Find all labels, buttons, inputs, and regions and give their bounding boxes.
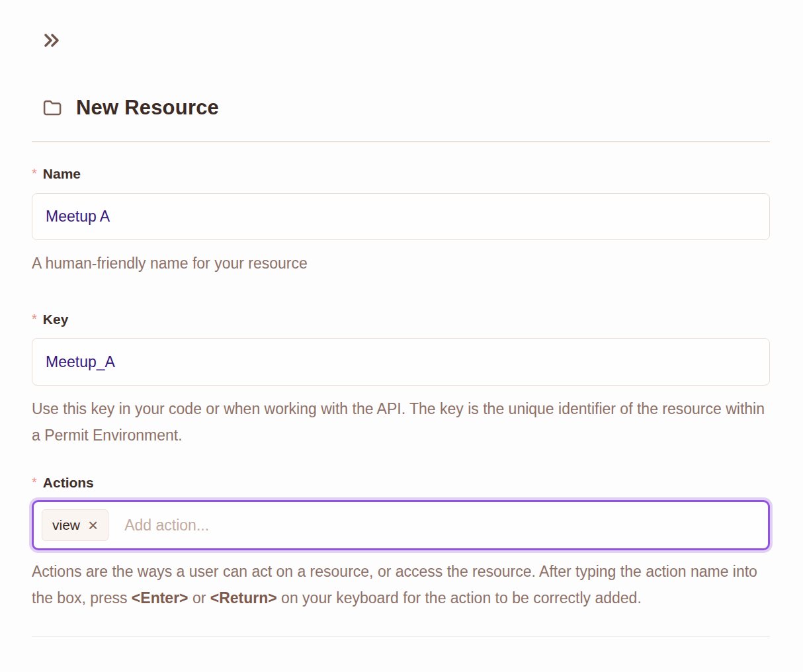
name-field-label: * Name xyxy=(32,166,770,185)
footer-divider xyxy=(32,636,770,637)
key-field-label: * Key xyxy=(32,312,770,330)
actions-label-text: Actions xyxy=(43,475,94,491)
add-action-input[interactable] xyxy=(124,517,760,534)
actions-field-label: * Actions xyxy=(32,475,770,493)
name-label-text: Name xyxy=(43,166,81,182)
name-input[interactable] xyxy=(32,193,770,240)
key-input[interactable] xyxy=(32,338,770,386)
actions-help-middle: or xyxy=(189,589,210,607)
folder-icon xyxy=(42,99,62,117)
required-asterisk: * xyxy=(32,166,37,181)
actions-tag-input[interactable]: view × xyxy=(32,500,770,550)
required-asterisk: * xyxy=(32,312,37,327)
required-asterisk: * xyxy=(32,475,37,490)
double-chevron-right-icon xyxy=(41,30,63,51)
collapse-panel-button[interactable] xyxy=(41,29,63,52)
page-title: New Resource xyxy=(76,96,219,120)
action-tag-view: view × xyxy=(42,509,108,541)
return-key-text: <Return> xyxy=(210,589,277,607)
actions-help-text: Actions are the ways a user can act on a… xyxy=(32,558,770,611)
header-divider xyxy=(32,142,770,142)
new-resource-form-panel: New Resource * Name A human-friendly nam… xyxy=(32,29,770,637)
enter-key-text: <Enter> xyxy=(132,589,189,607)
name-help-text: A human-friendly name for your resource xyxy=(32,250,770,276)
tag-label: view xyxy=(52,517,80,533)
page-header: New Resource xyxy=(42,94,770,122)
actions-help-suffix: on your keyboard for the action to be co… xyxy=(277,589,642,607)
key-label-text: Key xyxy=(43,312,69,327)
remove-tag-icon[interactable]: × xyxy=(88,517,98,534)
key-help-text: Use this key in your code or when workin… xyxy=(32,396,770,448)
